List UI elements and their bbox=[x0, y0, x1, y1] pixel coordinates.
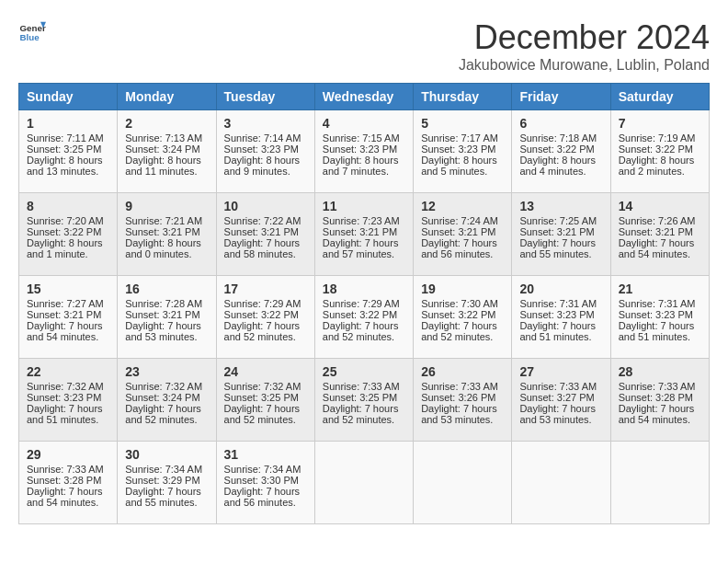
svg-text:Blue: Blue bbox=[20, 32, 40, 42]
day-info-line: and 51 minutes. bbox=[519, 331, 602, 342]
day-number: 27 bbox=[519, 364, 602, 379]
day-info-line: Sunset: 3:22 PM bbox=[27, 226, 109, 237]
day-cell: 10Sunrise: 7:22 AMSunset: 3:21 PMDayligh… bbox=[216, 193, 314, 276]
day-number: 7 bbox=[619, 116, 701, 131]
day-info-line: Daylight: 8 hours bbox=[519, 155, 602, 166]
page-header: General Blue December 2024 Jakubowice Mu… bbox=[18, 18, 710, 74]
day-info-line: Daylight: 7 hours bbox=[224, 320, 307, 331]
column-header-tuesday: Tuesday bbox=[216, 84, 314, 110]
day-number: 23 bbox=[125, 364, 208, 379]
week-row-3: 15Sunrise: 7:27 AMSunset: 3:21 PMDayligh… bbox=[19, 276, 710, 359]
day-info-line: Sunrise: 7:20 AM bbox=[27, 215, 109, 226]
day-info-line: Sunset: 3:28 PM bbox=[27, 475, 109, 486]
day-info-line: Sunset: 3:21 PM bbox=[323, 226, 405, 237]
day-info-line: Sunset: 3:30 PM bbox=[224, 475, 307, 486]
day-info-line: and 54 minutes. bbox=[619, 414, 701, 425]
day-info-line: Daylight: 7 hours bbox=[27, 403, 109, 414]
day-info-line: and 53 minutes. bbox=[125, 331, 208, 342]
day-info-line: and 51 minutes. bbox=[27, 414, 109, 425]
day-cell bbox=[414, 442, 512, 524]
day-info-line: Daylight: 8 hours bbox=[421, 155, 504, 166]
day-info-line: Sunrise: 7:23 AM bbox=[323, 215, 405, 226]
day-number: 21 bbox=[619, 282, 701, 296]
day-info-line: Sunset: 3:23 PM bbox=[27, 392, 109, 403]
day-number: 26 bbox=[421, 364, 504, 379]
day-info-line: Daylight: 7 hours bbox=[125, 403, 208, 414]
day-cell: 20Sunrise: 7:31 AMSunset: 3:23 PMDayligh… bbox=[512, 276, 610, 359]
day-info-line: Sunset: 3:21 PM bbox=[619, 226, 701, 237]
day-number: 4 bbox=[323, 116, 405, 131]
day-cell: 6Sunrise: 7:18 AMSunset: 3:22 PMDaylight… bbox=[512, 110, 610, 193]
day-info-line: and 4 minutes. bbox=[519, 166, 602, 177]
title-area: December 2024 Jakubowice Murowane, Lubli… bbox=[459, 18, 710, 74]
logo-icon: General Blue bbox=[18, 18, 46, 46]
day-info-line: and 1 minute. bbox=[27, 248, 109, 259]
day-number: 18 bbox=[323, 282, 405, 296]
week-row-5: 29Sunrise: 7:33 AMSunset: 3:28 PMDayligh… bbox=[19, 442, 710, 524]
day-info-line: Daylight: 7 hours bbox=[421, 403, 504, 414]
day-info-line: Sunrise: 7:33 AM bbox=[27, 464, 109, 475]
month-title: December 2024 bbox=[459, 18, 710, 57]
day-info-line: and 54 minutes. bbox=[27, 497, 109, 508]
day-cell: 7Sunrise: 7:19 AMSunset: 3:22 PMDaylight… bbox=[610, 110, 709, 193]
column-header-saturday: Saturday bbox=[610, 84, 709, 110]
day-cell: 14Sunrise: 7:26 AMSunset: 3:21 PMDayligh… bbox=[610, 193, 709, 276]
day-info-line: Daylight: 7 hours bbox=[27, 320, 109, 331]
day-number: 17 bbox=[224, 282, 307, 296]
day-info-line: Sunrise: 7:18 AM bbox=[519, 132, 602, 144]
day-info-line: Daylight: 7 hours bbox=[27, 486, 109, 497]
day-number: 10 bbox=[224, 199, 307, 213]
day-info-line: and 0 minutes. bbox=[125, 248, 208, 259]
day-info-line: Sunset: 3:24 PM bbox=[125, 144, 208, 155]
day-cell: 17Sunrise: 7:29 AMSunset: 3:22 PMDayligh… bbox=[216, 276, 314, 359]
day-info-line: Daylight: 7 hours bbox=[125, 486, 208, 497]
column-header-friday: Friday bbox=[512, 84, 610, 110]
day-info-line: Sunrise: 7:17 AM bbox=[421, 132, 504, 144]
day-info-line: Sunrise: 7:14 AM bbox=[224, 132, 307, 144]
day-info-line: Daylight: 8 hours bbox=[224, 155, 307, 166]
day-info-line: Sunset: 3:22 PM bbox=[323, 309, 405, 320]
day-info-line: Sunset: 3:21 PM bbox=[125, 309, 208, 320]
day-cell: 24Sunrise: 7:32 AMSunset: 3:25 PMDayligh… bbox=[216, 359, 314, 442]
day-info-line: Sunrise: 7:15 AM bbox=[323, 132, 405, 144]
day-cell: 15Sunrise: 7:27 AMSunset: 3:21 PMDayligh… bbox=[19, 276, 118, 359]
day-info-line: Sunrise: 7:13 AM bbox=[125, 132, 208, 144]
day-number: 28 bbox=[619, 364, 701, 379]
day-cell: 23Sunrise: 7:32 AMSunset: 3:24 PMDayligh… bbox=[118, 359, 216, 442]
day-cell: 29Sunrise: 7:33 AMSunset: 3:28 PMDayligh… bbox=[19, 442, 118, 524]
day-info-line: and 56 minutes. bbox=[224, 497, 307, 508]
day-cell bbox=[314, 442, 413, 524]
day-cell: 18Sunrise: 7:29 AMSunset: 3:22 PMDayligh… bbox=[314, 276, 413, 359]
week-row-2: 8Sunrise: 7:20 AMSunset: 3:22 PMDaylight… bbox=[19, 193, 710, 276]
day-info-line: Sunset: 3:25 PM bbox=[224, 392, 307, 403]
day-number: 31 bbox=[224, 447, 307, 462]
day-info-line: Daylight: 8 hours bbox=[323, 155, 405, 166]
day-cell: 30Sunrise: 7:34 AMSunset: 3:29 PMDayligh… bbox=[118, 442, 216, 524]
day-info-line: Sunrise: 7:33 AM bbox=[421, 381, 504, 392]
day-info-line: Daylight: 7 hours bbox=[619, 320, 701, 331]
day-info-line: Sunset: 3:25 PM bbox=[27, 144, 109, 155]
week-row-1: 1Sunrise: 7:11 AMSunset: 3:25 PMDaylight… bbox=[19, 110, 710, 193]
day-info-line: and 9 minutes. bbox=[224, 166, 307, 177]
header-row: SundayMondayTuesdayWednesdayThursdayFrid… bbox=[19, 84, 710, 110]
day-number: 24 bbox=[224, 364, 307, 379]
day-info-line: Sunrise: 7:30 AM bbox=[421, 298, 504, 309]
day-cell: 13Sunrise: 7:25 AMSunset: 3:21 PMDayligh… bbox=[512, 193, 610, 276]
day-info-line: Sunrise: 7:34 AM bbox=[224, 464, 307, 475]
day-info-line: Sunrise: 7:33 AM bbox=[323, 381, 405, 392]
day-info-line: Sunset: 3:22 PM bbox=[519, 144, 602, 155]
day-info-line: Sunset: 3:23 PM bbox=[619, 309, 701, 320]
day-info-line: Sunrise: 7:25 AM bbox=[519, 215, 602, 226]
day-info-line: Sunrise: 7:34 AM bbox=[125, 464, 208, 475]
day-info-line: Daylight: 8 hours bbox=[619, 155, 701, 166]
day-number: 5 bbox=[421, 116, 504, 131]
day-info-line: and 52 minutes. bbox=[323, 414, 405, 425]
day-cell: 31Sunrise: 7:34 AMSunset: 3:30 PMDayligh… bbox=[216, 442, 314, 524]
day-info-line: and 57 minutes. bbox=[323, 248, 405, 259]
day-info-line: Daylight: 7 hours bbox=[224, 486, 307, 497]
day-number: 13 bbox=[519, 199, 602, 213]
column-header-sunday: Sunday bbox=[19, 84, 118, 110]
day-info-line: Sunset: 3:21 PM bbox=[27, 309, 109, 320]
day-number: 3 bbox=[224, 116, 307, 131]
day-info-line: Daylight: 8 hours bbox=[125, 155, 208, 166]
